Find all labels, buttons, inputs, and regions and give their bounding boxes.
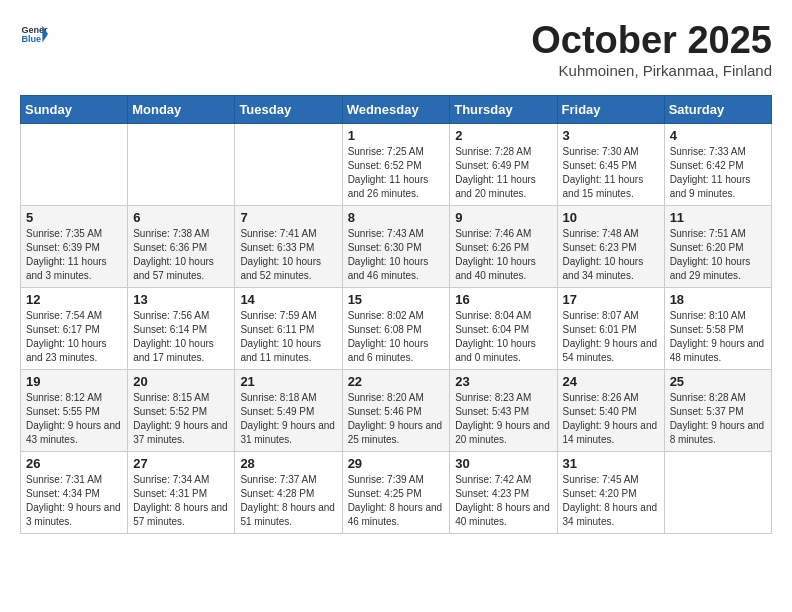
calendar-cell [128, 123, 235, 205]
cell-content: Sunrise: 8:07 AM Sunset: 6:01 PM Dayligh… [563, 309, 659, 365]
calendar-cell: 8Sunrise: 7:43 AM Sunset: 6:30 PM Daylig… [342, 205, 450, 287]
day-number: 7 [240, 210, 336, 225]
cell-content: Sunrise: 7:51 AM Sunset: 6:20 PM Dayligh… [670, 227, 766, 283]
calendar-cell: 29Sunrise: 7:39 AM Sunset: 4:25 PM Dayli… [342, 451, 450, 533]
day-number: 20 [133, 374, 229, 389]
col-monday: Monday [128, 95, 235, 123]
cell-content: Sunrise: 7:39 AM Sunset: 4:25 PM Dayligh… [348, 473, 445, 529]
title-area: October 2025 Kuhmoinen, Pirkanmaa, Finla… [531, 20, 772, 79]
calendar-header-row: Sunday Monday Tuesday Wednesday Thursday… [21, 95, 772, 123]
day-number: 21 [240, 374, 336, 389]
day-number: 25 [670, 374, 766, 389]
day-number: 19 [26, 374, 122, 389]
cell-content: Sunrise: 7:46 AM Sunset: 6:26 PM Dayligh… [455, 227, 551, 283]
day-number: 14 [240, 292, 336, 307]
cell-content: Sunrise: 8:04 AM Sunset: 6:04 PM Dayligh… [455, 309, 551, 365]
calendar-cell: 22Sunrise: 8:20 AM Sunset: 5:46 PM Dayli… [342, 369, 450, 451]
day-number: 18 [670, 292, 766, 307]
calendar-cell: 12Sunrise: 7:54 AM Sunset: 6:17 PM Dayli… [21, 287, 128, 369]
cell-content: Sunrise: 8:10 AM Sunset: 5:58 PM Dayligh… [670, 309, 766, 365]
cell-content: Sunrise: 8:15 AM Sunset: 5:52 PM Dayligh… [133, 391, 229, 447]
day-number: 1 [348, 128, 445, 143]
calendar-cell [664, 451, 771, 533]
calendar-cell: 30Sunrise: 7:42 AM Sunset: 4:23 PM Dayli… [450, 451, 557, 533]
cell-content: Sunrise: 8:20 AM Sunset: 5:46 PM Dayligh… [348, 391, 445, 447]
calendar-cell: 5Sunrise: 7:35 AM Sunset: 6:39 PM Daylig… [21, 205, 128, 287]
calendar-cell: 20Sunrise: 8:15 AM Sunset: 5:52 PM Dayli… [128, 369, 235, 451]
calendar-week-1: 1Sunrise: 7:25 AM Sunset: 6:52 PM Daylig… [21, 123, 772, 205]
calendar-cell: 21Sunrise: 8:18 AM Sunset: 5:49 PM Dayli… [235, 369, 342, 451]
day-number: 9 [455, 210, 551, 225]
day-number: 2 [455, 128, 551, 143]
day-number: 13 [133, 292, 229, 307]
month-title: October 2025 [531, 20, 772, 62]
calendar-cell: 25Sunrise: 8:28 AM Sunset: 5:37 PM Dayli… [664, 369, 771, 451]
cell-content: Sunrise: 7:54 AM Sunset: 6:17 PM Dayligh… [26, 309, 122, 365]
day-number: 31 [563, 456, 659, 471]
cell-content: Sunrise: 8:28 AM Sunset: 5:37 PM Dayligh… [670, 391, 766, 447]
col-tuesday: Tuesday [235, 95, 342, 123]
cell-content: Sunrise: 7:31 AM Sunset: 4:34 PM Dayligh… [26, 473, 122, 529]
cell-content: Sunrise: 8:12 AM Sunset: 5:55 PM Dayligh… [26, 391, 122, 447]
cell-content: Sunrise: 7:38 AM Sunset: 6:36 PM Dayligh… [133, 227, 229, 283]
cell-content: Sunrise: 7:48 AM Sunset: 6:23 PM Dayligh… [563, 227, 659, 283]
calendar-table: Sunday Monday Tuesday Wednesday Thursday… [20, 95, 772, 534]
day-number: 23 [455, 374, 551, 389]
day-number: 3 [563, 128, 659, 143]
day-number: 27 [133, 456, 229, 471]
day-number: 16 [455, 292, 551, 307]
calendar-cell: 9Sunrise: 7:46 AM Sunset: 6:26 PM Daylig… [450, 205, 557, 287]
calendar-cell: 18Sunrise: 8:10 AM Sunset: 5:58 PM Dayli… [664, 287, 771, 369]
calendar-cell: 26Sunrise: 7:31 AM Sunset: 4:34 PM Dayli… [21, 451, 128, 533]
calendar-week-3: 12Sunrise: 7:54 AM Sunset: 6:17 PM Dayli… [21, 287, 772, 369]
day-number: 15 [348, 292, 445, 307]
day-number: 4 [670, 128, 766, 143]
col-friday: Friday [557, 95, 664, 123]
day-number: 11 [670, 210, 766, 225]
calendar-cell: 24Sunrise: 8:26 AM Sunset: 5:40 PM Dayli… [557, 369, 664, 451]
calendar-cell: 10Sunrise: 7:48 AM Sunset: 6:23 PM Dayli… [557, 205, 664, 287]
calendar-cell: 16Sunrise: 8:04 AM Sunset: 6:04 PM Dayli… [450, 287, 557, 369]
location-subtitle: Kuhmoinen, Pirkanmaa, Finland [531, 62, 772, 79]
calendar-cell: 19Sunrise: 8:12 AM Sunset: 5:55 PM Dayli… [21, 369, 128, 451]
cell-content: Sunrise: 7:41 AM Sunset: 6:33 PM Dayligh… [240, 227, 336, 283]
col-sunday: Sunday [21, 95, 128, 123]
cell-content: Sunrise: 7:30 AM Sunset: 6:45 PM Dayligh… [563, 145, 659, 201]
calendar-cell: 3Sunrise: 7:30 AM Sunset: 6:45 PM Daylig… [557, 123, 664, 205]
cell-content: Sunrise: 7:59 AM Sunset: 6:11 PM Dayligh… [240, 309, 336, 365]
calendar-cell: 31Sunrise: 7:45 AM Sunset: 4:20 PM Dayli… [557, 451, 664, 533]
calendar-week-4: 19Sunrise: 8:12 AM Sunset: 5:55 PM Dayli… [21, 369, 772, 451]
cell-content: Sunrise: 7:34 AM Sunset: 4:31 PM Dayligh… [133, 473, 229, 529]
cell-content: Sunrise: 8:02 AM Sunset: 6:08 PM Dayligh… [348, 309, 445, 365]
calendar-cell: 27Sunrise: 7:34 AM Sunset: 4:31 PM Dayli… [128, 451, 235, 533]
cell-content: Sunrise: 7:37 AM Sunset: 4:28 PM Dayligh… [240, 473, 336, 529]
calendar-cell: 2Sunrise: 7:28 AM Sunset: 6:49 PM Daylig… [450, 123, 557, 205]
cell-content: Sunrise: 7:42 AM Sunset: 4:23 PM Dayligh… [455, 473, 551, 529]
page-header: General Blue October 2025 Kuhmoinen, Pir… [20, 20, 772, 79]
calendar-cell [235, 123, 342, 205]
cell-content: Sunrise: 7:56 AM Sunset: 6:14 PM Dayligh… [133, 309, 229, 365]
logo-icon: General Blue [20, 20, 48, 48]
calendar-cell: 7Sunrise: 7:41 AM Sunset: 6:33 PM Daylig… [235, 205, 342, 287]
col-thursday: Thursday [450, 95, 557, 123]
day-number: 8 [348, 210, 445, 225]
day-number: 22 [348, 374, 445, 389]
svg-text:Blue: Blue [21, 34, 41, 44]
logo: General Blue [20, 20, 48, 48]
cell-content: Sunrise: 7:33 AM Sunset: 6:42 PM Dayligh… [670, 145, 766, 201]
cell-content: Sunrise: 8:26 AM Sunset: 5:40 PM Dayligh… [563, 391, 659, 447]
calendar-cell [21, 123, 128, 205]
calendar-cell: 11Sunrise: 7:51 AM Sunset: 6:20 PM Dayli… [664, 205, 771, 287]
cell-content: Sunrise: 7:45 AM Sunset: 4:20 PM Dayligh… [563, 473, 659, 529]
day-number: 28 [240, 456, 336, 471]
calendar-cell: 15Sunrise: 8:02 AM Sunset: 6:08 PM Dayli… [342, 287, 450, 369]
day-number: 24 [563, 374, 659, 389]
calendar-week-2: 5Sunrise: 7:35 AM Sunset: 6:39 PM Daylig… [21, 205, 772, 287]
calendar-week-5: 26Sunrise: 7:31 AM Sunset: 4:34 PM Dayli… [21, 451, 772, 533]
calendar-cell: 6Sunrise: 7:38 AM Sunset: 6:36 PM Daylig… [128, 205, 235, 287]
cell-content: Sunrise: 8:18 AM Sunset: 5:49 PM Dayligh… [240, 391, 336, 447]
day-number: 17 [563, 292, 659, 307]
calendar-cell: 1Sunrise: 7:25 AM Sunset: 6:52 PM Daylig… [342, 123, 450, 205]
day-number: 5 [26, 210, 122, 225]
calendar-cell: 28Sunrise: 7:37 AM Sunset: 4:28 PM Dayli… [235, 451, 342, 533]
